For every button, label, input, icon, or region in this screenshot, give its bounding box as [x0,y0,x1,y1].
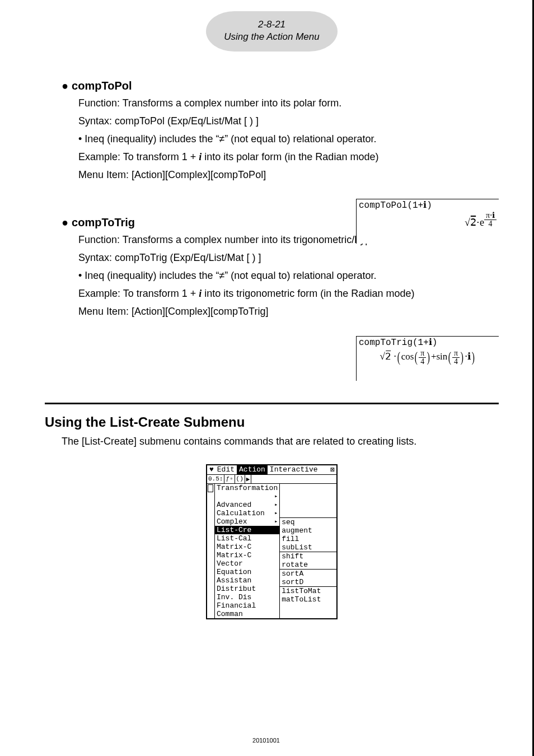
submenu-item[interactable]: fill [280,535,336,543]
syntax-line: Syntax: compToTrig (Exp/Eq/List/Mat [ ) … [78,250,499,266]
menu-edit[interactable]: Edit [215,465,237,474]
ineq-line: • Ineq (inequality) includes the “≠” (no… [78,268,499,284]
submenu-item[interactable]: augment [280,526,336,535]
submenu-item[interactable]: matToList [280,595,336,604]
submenu-item[interactable]: listToMat [280,586,336,595]
output-compToPol: compToPol(1+ℹ) √2̅⋅eπ⋅ℹ4 [356,199,499,244]
menu-item-selected[interactable]: List-Cre [215,526,279,534]
ineq-line: • Ineq (inequality) includes the “≠” (no… [78,132,499,147]
submenu-item[interactable]: subList [280,543,336,552]
output-input-line: compToPol(1+ℹ) [357,199,499,211]
menu-item[interactable]: Complex [215,517,279,526]
function-line: Function: Transforms a complex number in… [78,96,499,111]
submenu-item[interactable]: rotate [280,561,336,569]
toolbar-item[interactable]: ▶ [245,475,252,483]
section-heading: Using the List-Create Submenu [45,414,499,430]
page-number: 2-8-21 [224,19,319,30]
output-result-line: √2̅⋅eπ⋅ℹ4 [357,211,499,230]
calculator-screenshot: ♥ Edit Action Interactive ⊠ 0.5↕ ƒ▫ () ▶… [206,464,338,619]
submenu-item[interactable]: sortD [280,578,336,586]
entry-title: compToTrig [72,216,135,228]
menu-item[interactable]: Transformation [215,484,279,501]
section-divider [45,403,499,404]
cursor-icon [208,484,213,492]
close-icon[interactable]: ⊠ [329,465,336,474]
calc-menubar: ♥ Edit Action Interactive ⊠ [207,465,336,475]
menu-item[interactable]: Matrix-C [215,543,279,551]
menu-item[interactable]: Vector [215,559,279,568]
submenu-item[interactable]: seq [280,518,336,526]
action-submenu: Transformation Advanced Calculation Comp… [215,484,280,618]
menu-interactive[interactable]: Interactive [268,465,320,474]
submenu-item[interactable]: shift [280,552,336,561]
menu-item[interactable]: Assistan [215,576,279,585]
menu-item[interactable]: Matrix-C [215,551,279,559]
submenu-item[interactable]: sortA [280,569,336,578]
footer-date: 20101001 [0,737,532,744]
toolbar-item[interactable]: 0.5↕ [207,475,224,483]
bullet-icon: ● [62,80,68,92]
menu-item[interactable]: Equation [215,568,279,576]
menu-item-line: Menu Item: [Action][Complex][compToTrig] [78,304,499,320]
toolbar-item[interactable]: ƒ▫ [224,475,235,483]
menu-item[interactable]: Distribut [215,585,279,593]
entry-compToPol: ●compToPol Function: Transforms a comple… [45,80,499,183]
menu-item-line: Menu Item: [Action][Complex][compToPol] [78,167,499,183]
menu-item[interactable]: Financial [215,601,279,610]
toolbar-item[interactable]: () [235,475,245,483]
example-line: Example: To transform 1 + i into its pol… [78,150,499,165]
output-input-line: compToTrig(1+ℹ) [357,337,499,348]
menu-action[interactable]: Action [237,465,268,474]
bullet-icon: ● [62,216,68,228]
menu-item[interactable]: Advanced [215,501,279,509]
header-section-title: Using the Action Menu [224,31,319,43]
entry-title: compToPol [72,80,132,92]
menu-item[interactable]: Comman [215,610,279,618]
output-result-line: √2̅ ⋅(cos(π4)+sin(π4)⋅ℹ) [357,348,499,367]
menu-down-icon[interactable]: ♥ [207,465,215,474]
menu-item[interactable]: Calculation [215,509,279,517]
menu-item[interactable]: List-Cal [215,534,279,543]
menu-item[interactable]: Inv. Dis [215,593,279,601]
list-create-submenu: seq augment fill subList shift rotate so… [280,484,336,618]
example-line: Example: To transform 1 + i into its tri… [78,286,499,302]
output-compToTrig: compToTrig(1+ℹ) √2̅ ⋅(cos(π4)+sin(π4)⋅ℹ) [356,336,499,381]
section-description: The [List-Create] submenu contains comma… [62,436,499,447]
syntax-line: Syntax: compToPol (Exp/Eq/List/Mat [ ) ] [78,114,499,129]
page-header: 2-8-21 Using the Action Menu [45,11,499,52]
calc-toolbar: 0.5↕ ƒ▫ () ▶ [207,475,336,484]
